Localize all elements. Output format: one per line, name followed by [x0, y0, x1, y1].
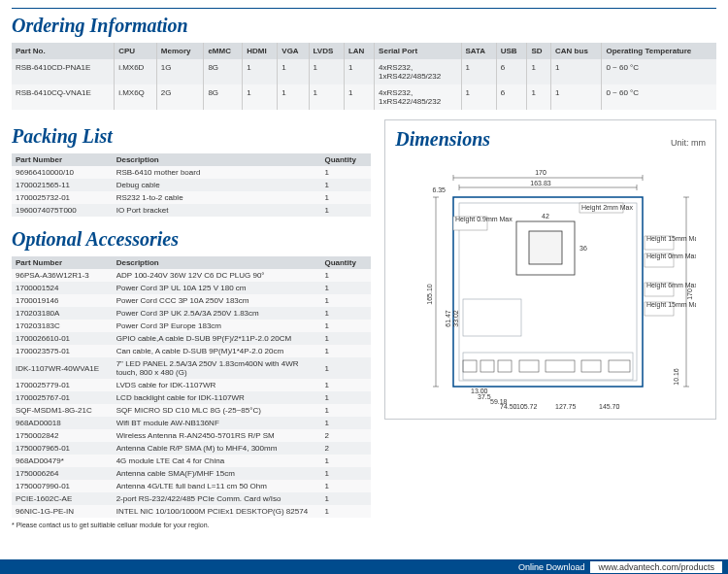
table-cell: 1: [278, 59, 309, 84]
table-cell: 1700025767-01: [12, 391, 113, 404]
svg-text:10.16: 10.16: [673, 368, 679, 386]
table-row: 96PSA-A36W12R1-3ADP 100-240V 36W 12V C6 …: [12, 269, 371, 282]
table-cell: Wifi BT module AW-NB136NF: [113, 417, 321, 429]
table-cell: 1: [320, 357, 371, 379]
table-row: IDK-1107WR-40WVA1E7" LED PANEL 2.5A/3A 2…: [12, 357, 371, 379]
table-cell: 1700019146: [12, 294, 113, 307]
table-row: SQF-MSDM1-8G-21CSQF MICRO SD C10 MLC 8G …: [12, 404, 371, 417]
table-cell: 96PSA-A36W12R1-3: [12, 269, 113, 282]
table-cell: 1700021565-11: [12, 179, 113, 191]
table-cell: 1: [461, 84, 496, 110]
svg-text:127.75: 127.75: [555, 403, 577, 410]
table-row: 1700026610-01GPIO cable,A cable D-SUB 9P…: [12, 332, 371, 345]
table-cell: 2G: [156, 84, 204, 110]
table-cell: i.MX6Q: [115, 84, 157, 110]
svg-text:Height 15mm Max: Height 15mm Max: [646, 235, 696, 243]
table-cell: 1700025732-01: [12, 191, 113, 204]
svg-text:Height 0mm Max: Height 0mm Max: [646, 253, 696, 260]
table-row: 1750007990-01Antenna 4G/LTE full band L=…: [12, 480, 371, 492]
svg-rect-6: [480, 360, 494, 372]
table-cell: 1: [551, 59, 602, 84]
table-cell: Power Cord 3P UL 10A 125 V 180 cm: [113, 282, 321, 294]
table-row: 968AD00018Wifi BT module AW-NB136NF1: [12, 417, 371, 429]
table-cell: 8G: [204, 59, 243, 84]
svg-rect-7: [498, 360, 512, 372]
col-header: eMMC: [204, 43, 243, 59]
svg-text:33.02: 33.02: [452, 310, 459, 327]
table-row: RSB-6410CD-PNA1Ei.MX6D1G8G11114xRS232,1x…: [12, 59, 716, 84]
col-header: Description: [113, 153, 321, 166]
table-cell: INTEL NIC 10/100/1000M PCIEx1 DESKTOP(G)…: [113, 505, 321, 518]
dimensions-panel: Dimensions Unit: mm: [384, 119, 716, 420]
accessories-note: * Please contact us to get suitiable cel…: [12, 522, 371, 528]
col-header: Description: [113, 256, 321, 269]
svg-text:165.10: 165.10: [426, 284, 433, 305]
table-cell: 4xRS232,1xRS422/485/232: [375, 84, 461, 110]
table-cell: 2: [320, 442, 371, 455]
svg-text:170: 170: [686, 288, 693, 300]
col-header: LAN: [344, 43, 374, 59]
svg-text:74.50: 74.50: [500, 403, 517, 410]
col-header: SD: [527, 43, 551, 59]
footer-label: Online Download: [518, 562, 585, 572]
table-cell: 0 ~ 60 °C: [602, 59, 716, 84]
col-header: LVDS: [309, 43, 344, 59]
table-cell: 1700025779-01: [12, 379, 113, 391]
table-cell: 96NIC-1G-PE-IN: [12, 505, 113, 518]
table-cell: IO Port bracket: [113, 204, 321, 217]
col-header: CAN bus: [551, 43, 602, 59]
table-cell: ADP 100-240V 36W 12V C6 DC PLUG 90°: [113, 269, 321, 282]
packing-table: Part NumberDescriptionQuantity 969664100…: [12, 153, 371, 217]
table-cell: 170203180A: [12, 307, 113, 320]
table-cell: 1: [461, 59, 496, 84]
table-cell: 1: [320, 166, 371, 179]
svg-rect-10: [581, 360, 601, 372]
table-cell: 1: [320, 480, 371, 492]
svg-text:Height 2mm Max: Height 2mm Max: [581, 204, 633, 212]
table-cell: 1: [527, 84, 551, 110]
table-cell: 1: [320, 391, 371, 404]
svg-rect-11: [609, 360, 630, 372]
table-cell: 1: [320, 492, 371, 505]
table-cell: Antenna cable SMA(F)/MHF 15cm: [113, 467, 321, 480]
table-cell: Wireless Antenna R-AN2450-5701RS R/P SM: [113, 429, 321, 442]
table-cell: 1700023575-01: [12, 345, 113, 357]
table-cell: 1: [320, 294, 371, 307]
footer-url[interactable]: www.advantech.com/products: [590, 561, 722, 573]
table-cell: 6: [496, 59, 527, 84]
svg-text:163.83: 163.83: [530, 180, 551, 186]
table-cell: 1: [551, 84, 602, 110]
table-cell: 1: [344, 84, 374, 110]
col-header: Quantity: [320, 256, 371, 269]
table-row: 1960074075T000IO Port bracket1: [12, 204, 371, 217]
table-cell: 1: [243, 84, 278, 110]
table-cell: 170203183C: [12, 320, 113, 332]
ordering-heading: Ordering Information: [12, 15, 716, 37]
table-cell: Antenna 4G/LTE full band L=11 cm 50 Ohm: [113, 480, 321, 492]
table-cell: LVDS cable for IDK-1107WR: [113, 379, 321, 391]
table-cell: 1: [309, 84, 344, 110]
table-row: 1750002842Wireless Antenna R-AN2450-5701…: [12, 429, 371, 442]
col-header: HDMI: [243, 43, 278, 59]
table-cell: 1G: [156, 59, 204, 84]
col-header: Serial Port: [375, 43, 461, 59]
table-cell: RSB-6410CQ-VNA1E: [12, 84, 115, 110]
svg-rect-4: [463, 353, 633, 380]
table-cell: 1750002842: [12, 429, 113, 442]
table-cell: 1: [320, 505, 371, 518]
table-row: 968AD00479*4G module LTE Cat 4 for China…: [12, 455, 371, 467]
dimensions-diagram: Height 15mm Max Height 0mm Max Height 6m…: [405, 158, 696, 411]
table-row: 1700019146Power Cord CCC 3P 10A 250V 183…: [12, 294, 371, 307]
table-cell: 0 ~ 60 °C: [602, 84, 716, 110]
table-cell: 1: [320, 179, 371, 191]
svg-rect-9: [546, 360, 575, 372]
col-header: CPU: [115, 43, 157, 59]
table-cell: 1: [320, 379, 371, 391]
table-cell: GPIO cable,A cable D-SUB 9P(F)/2*11P-2.0…: [113, 332, 321, 345]
table-cell: 1: [320, 269, 371, 282]
table-cell: PCIE-1602C-AE: [12, 492, 113, 505]
table-cell: RSB-6410CD-PNA1E: [12, 59, 115, 84]
table-cell: 1700001524: [12, 282, 113, 294]
svg-rect-3: [529, 231, 562, 264]
table-row: 1700001524Power Cord 3P UL 10A 125 V 180…: [12, 282, 371, 294]
